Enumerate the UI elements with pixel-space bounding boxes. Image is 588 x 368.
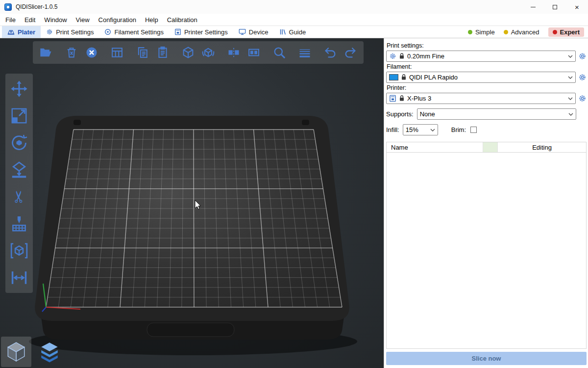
chevron-down-icon [568, 76, 573, 79]
mode-expert-label: Expert [560, 28, 580, 36]
menu-help[interactable]: Help [141, 15, 163, 25]
filament-value: QIDI PLA Rapido [409, 74, 458, 81]
undo-icon[interactable] [323, 46, 337, 59]
minimize-button[interactable] [522, 0, 544, 14]
menu-view[interactable]: View [72, 15, 94, 25]
printer-label: Printer: [387, 84, 587, 91]
tab-printer-settings[interactable]: Printer Settings [169, 26, 233, 38]
printer-combo[interactable]: X-Plus 3 [386, 93, 576, 104]
extruder-column-header[interactable] [483, 142, 498, 152]
print-settings-icon [46, 28, 53, 35]
slice-now-button[interactable]: Slice now [386, 352, 587, 365]
printer-icon [389, 95, 396, 102]
place-on-face-tool-icon[interactable] [10, 160, 28, 179]
delete-all-icon[interactable] [85, 46, 98, 59]
menu-file[interactable]: File [1, 15, 20, 25]
window-title: QIDISlicer-1.0.5 [16, 3, 57, 10]
print-settings-combo[interactable]: 0.20mm Fine [386, 51, 576, 62]
lock-icon [399, 53, 404, 59]
tab-printer-settings-label: Printer Settings [184, 28, 228, 36]
redo-icon[interactable] [343, 46, 357, 59]
tab-device[interactable]: Device [233, 26, 274, 38]
close-button[interactable]: × [566, 0, 588, 14]
brim-label: Brim: [451, 126, 466, 133]
chevron-down-icon [568, 97, 573, 100]
mode-selector: Simple Advanced Expert [468, 26, 588, 38]
measure-tool-icon[interactable] [10, 241, 28, 260]
object-list[interactable] [386, 153, 587, 349]
print-bed [0, 38, 384, 368]
app-logo-icon [4, 3, 12, 11]
print-settings-value: 0.20mm Fine [407, 53, 444, 60]
tab-plater[interactable]: Plater [2, 26, 41, 38]
gear-icon [389, 53, 396, 60]
set-instances-icon[interactable] [201, 46, 215, 59]
open-folder-icon[interactable] [39, 46, 53, 59]
scale-tool-icon[interactable] [10, 106, 28, 125]
maximize-icon [553, 5, 557, 9]
app-window: QIDISlicer-1.0.5 × File Edit Window View… [0, 0, 588, 368]
cut-tool-icon[interactable]: ✂ [10, 187, 28, 206]
editing-column-header[interactable]: Editing [498, 142, 586, 152]
paint-supports-tool-icon[interactable] [10, 214, 28, 233]
printer-gear-button[interactable] [578, 94, 587, 103]
tab-plater-label: Plater [18, 28, 35, 36]
supports-combo[interactable]: None [417, 108, 576, 120]
window-controls: × [522, 0, 588, 14]
viewport-toolbar [33, 41, 364, 64]
plater-icon [7, 29, 15, 35]
menu-window[interactable]: Window [40, 15, 71, 25]
print-settings-gear-button[interactable] [578, 52, 587, 60]
expert-mode-dot-icon [553, 30, 557, 34]
move-tool-icon[interactable] [10, 79, 28, 98]
minimize-icon [531, 7, 536, 7]
split-to-parts-icon[interactable] [247, 46, 261, 59]
rotate-tool-icon[interactable] [10, 133, 28, 152]
menubar: File Edit Window View Configuration Help… [0, 14, 588, 26]
mode-advanced[interactable]: Advanced [504, 28, 539, 36]
arrange-icon[interactable] [110, 46, 124, 59]
maximize-button[interactable] [544, 0, 566, 14]
tab-device-label: Device [249, 28, 269, 36]
infill-combo[interactable]: 15% [403, 124, 438, 135]
titlebar: QIDISlicer-1.0.5 × [0, 0, 588, 14]
printer-settings-icon [174, 28, 181, 35]
brim-checkbox[interactable] [470, 127, 477, 133]
editor-view-button[interactable] [1, 337, 31, 367]
preview-layers-icon [37, 341, 62, 363]
menu-edit[interactable]: Edit [20, 15, 40, 25]
filament-combo[interactable]: QIDI PLA Rapido [386, 72, 576, 83]
mode-expert[interactable]: Expert [548, 27, 584, 37]
distance-tool-icon[interactable] [10, 268, 28, 287]
tab-print-settings[interactable]: Print Settings [41, 26, 99, 38]
mode-simple-label: Simple [475, 28, 495, 36]
filament-label: Filament: [387, 63, 587, 70]
infill-value: 15% [406, 126, 418, 133]
advanced-mode-dot-icon [504, 30, 508, 34]
simple-mode-dot-icon [468, 30, 472, 34]
variable-layer-height-icon[interactable] [298, 46, 312, 59]
name-column-header[interactable]: Name [387, 142, 483, 152]
tab-guide[interactable]: Guide [274, 26, 312, 38]
preview-view-button[interactable] [34, 337, 65, 367]
tab-guide-label: Guide [289, 28, 306, 36]
filament-settings-icon [104, 28, 111, 35]
copy-icon[interactable] [136, 46, 149, 59]
add-instance-icon[interactable] [181, 46, 195, 59]
tab-print-settings-label: Print Settings [56, 28, 94, 36]
chevron-down-icon [430, 129, 435, 131]
delete-icon[interactable] [65, 46, 78, 59]
print-settings-label: Print settings: [387, 42, 587, 49]
mode-simple[interactable]: Simple [468, 28, 495, 36]
filament-gear-button[interactable] [578, 73, 587, 81]
printer-value: X-Plus 3 [407, 95, 431, 102]
menu-calibration[interactable]: Calibration [163, 15, 202, 25]
search-icon[interactable] [272, 46, 286, 59]
viewport-3d[interactable]: ✂ [0, 38, 384, 368]
split-to-objects-icon[interactable] [227, 46, 241, 59]
tab-filament-settings[interactable]: Filament Settings [99, 26, 169, 38]
editor-cube-icon [5, 341, 27, 363]
menu-configuration[interactable]: Configuration [94, 15, 141, 25]
supports-label: Supports: [386, 110, 414, 118]
paste-icon[interactable] [156, 46, 170, 59]
